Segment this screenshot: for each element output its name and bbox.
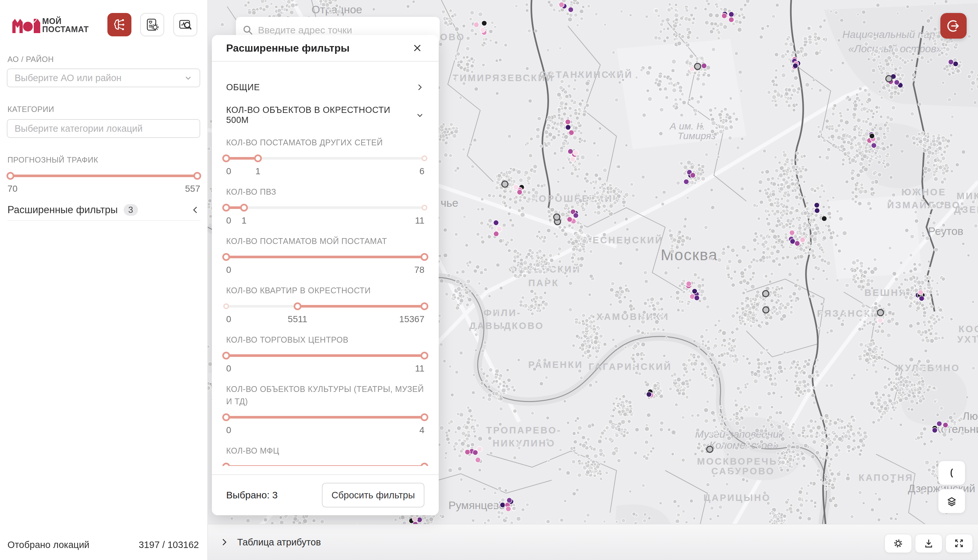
slider-max-handle[interactable] <box>420 463 428 466</box>
selected-count-label: Выбрано: 3 <box>226 490 278 501</box>
ao-district-label: АО / РАЙОН <box>7 55 54 64</box>
reset-filters-button[interactable]: Сбросить фильтры <box>322 483 425 507</box>
attribute-table-bar: Таблица атрибутов <box>208 524 978 560</box>
filter-slider-group: КОЛ-ВО ПОСТАМАТОВ ДРУГИХ СЕТЕЙ016 <box>226 136 425 177</box>
slider-max-handle[interactable] <box>254 155 262 162</box>
filter-slider-group: КОЛ-ВО ТОРГОВЫХ ЦЕНТРОВ011 <box>226 333 425 374</box>
range-slider[interactable] <box>226 413 425 421</box>
range-slider[interactable] <box>226 204 425 212</box>
traffic-slider-max-handle[interactable] <box>193 172 201 180</box>
map-settings-button[interactable] <box>885 534 912 553</box>
filter-section-expanded[interactable]: КОЛ-ВО ОБЪЕКТОВ В ОКРЕСТНОСТИ 500М <box>226 101 425 129</box>
slider-min-handle[interactable] <box>222 413 230 421</box>
slider-rail-end <box>223 303 229 309</box>
slider-values: 078 <box>226 265 425 275</box>
range-slider[interactable] <box>226 253 425 261</box>
ai-network-button[interactable] <box>107 13 132 36</box>
layers-button[interactable] <box>938 489 965 513</box>
filter-slider-group: КОЛ-ВО ОБЪЕКТОВ КУЛЬТУРЫ (ТЕАТРЫ, МУЗЕЙ … <box>226 383 425 435</box>
categories-select[interactable]: Выберите категории локаций <box>7 119 200 138</box>
range-slider[interactable] <box>226 302 425 310</box>
search-icon <box>242 25 253 36</box>
slider-min-handle[interactable] <box>222 463 230 466</box>
advanced-filters-modal: Расширенные фильтры ОБЩИЕКОЛ-ВО ОБЪЕКТОВ… <box>212 35 439 515</box>
filter-slider-group: КОЛ-ВО ПОСТАМАТОВ МОЙ ПОСТАМАТ078 <box>226 235 425 275</box>
slider-max-handle[interactable] <box>420 413 428 421</box>
slider-max-handle[interactable] <box>420 253 428 261</box>
brain-network-icon <box>112 17 127 32</box>
modal-title: Расширенные фильтры <box>226 42 350 54</box>
slider-max-handle[interactable] <box>240 204 248 212</box>
fullscreen-button[interactable] <box>946 534 973 553</box>
attribute-table-label: Таблица атрибутов <box>237 537 321 548</box>
selected-locations-value: 3197 / 103162 <box>139 540 199 550</box>
app-window: ОтрадноеМоскваРеутовКотельникиЛюберцыДзе… <box>0 0 978 560</box>
analytics-search-button[interactable] <box>173 13 197 36</box>
filter-sections: ОБЩИЕКОЛ-ВО ОБЪЕКТОВ В ОКРЕСТНОСТИ 500М <box>226 73 425 129</box>
slider-min-handle[interactable] <box>222 204 230 212</box>
range-slider[interactable] <box>226 352 425 360</box>
crescent-moon-icon <box>945 467 958 480</box>
slider-min-handle[interactable] <box>294 302 302 310</box>
filter-slider-group: КОЛ-ВО ПВЗ0111 <box>226 186 425 226</box>
slider-min-handle[interactable] <box>222 253 230 261</box>
slider-values: 0111 <box>226 215 425 226</box>
filter-section-label: ОБЩИЕ <box>226 82 260 92</box>
brand-logo-text: МОЙПОСТАМАТ <box>42 17 89 33</box>
traffic-slider[interactable]: 70 557 <box>7 172 200 194</box>
logout-icon <box>946 18 961 33</box>
slider-label: КОЛ-ВО ПОСТАМАТОВ МОЙ ПОСТАМАТ <box>226 235 424 247</box>
slider-max-handle[interactable] <box>420 352 428 360</box>
chevron-right-icon <box>415 83 425 92</box>
filter-section-label: КОЛ-ВО ОБЪЕКТОВ В ОКРЕСТНОСТИ 500М <box>226 105 415 125</box>
report-settings-button[interactable] <box>140 13 164 36</box>
selected-locations-label: Отобрано локаций <box>7 540 90 550</box>
pulse-magnifier-icon <box>178 17 193 32</box>
filter-slider-group: КОЛ-ВО МФЦ03 <box>226 445 425 466</box>
traffic-label: ПРОГНОЗНЫЙ ТРАФИК <box>7 155 98 165</box>
chevron-down-icon <box>184 73 192 82</box>
close-icon[interactable] <box>410 41 425 55</box>
gear-icon <box>892 537 905 550</box>
sidebar: МОЙПОСТАМАТ <box>0 0 208 560</box>
filter-count-badge: 3 <box>123 204 138 216</box>
layers-icon <box>945 494 959 508</box>
slider-label: КОЛ-ВО ПОСТАМАТОВ ДРУГИХ СЕТЕЙ <box>226 136 424 148</box>
dark-mode-button[interactable] <box>938 461 965 485</box>
slider-values: 04 <box>226 425 425 435</box>
slider-label: КОЛ-ВО ТОРГОВЫХ ЦЕНТРОВ <box>226 333 424 346</box>
slider-min-handle[interactable] <box>222 352 230 360</box>
slider-values: 0551115367 <box>226 314 425 325</box>
filter-section-collapsed[interactable]: ОБЩИЕ <box>226 73 425 101</box>
logout-button[interactable] <box>940 13 966 38</box>
download-icon <box>922 537 935 550</box>
advanced-filters-toggle[interactable]: Расширенные фильтры 3 <box>7 203 200 217</box>
slider-label: КОЛ-ВО МФЦ <box>226 445 424 457</box>
document-gear-icon <box>145 17 160 32</box>
chevron-down-icon <box>415 111 425 120</box>
range-slider[interactable] <box>226 463 425 466</box>
filter-slider-group: КОЛ-ВО КВАРТИР В ОКРЕСТНОСТИ0551115367 <box>226 284 425 325</box>
slider-values: 011 <box>226 363 425 374</box>
slider-max-handle[interactable] <box>420 302 428 310</box>
slider-rail-end <box>422 155 427 161</box>
traffic-slider-min-handle[interactable] <box>7 172 14 180</box>
download-button[interactable] <box>915 534 942 553</box>
slider-values: 016 <box>226 166 425 177</box>
slider-rail-end <box>422 205 427 210</box>
slider-label: КОЛ-ВО ПВЗ <box>226 186 424 198</box>
chevron-left-icon <box>190 205 200 215</box>
categories-label: КАТЕГОРИИ <box>7 105 54 114</box>
slider-label: КОЛ-ВО КВАРТИР В ОКРЕСТНОСТИ <box>226 284 424 297</box>
filter-sliders: КОЛ-ВО ПОСТАМАТОВ ДРУГИХ СЕТЕЙ016КОЛ-ВО … <box>226 136 425 466</box>
chevron-right-icon[interactable] <box>220 538 229 547</box>
slider-label: КОЛ-ВО ОБЪЕКТОВ КУЛЬТУРЫ (ТЕАТРЫ, МУЗЕЙ … <box>226 383 424 408</box>
expand-icon <box>953 537 966 550</box>
range-slider[interactable] <box>226 155 425 162</box>
search-placeholder: Введите адрес точки <box>258 25 352 36</box>
slider-min-handle[interactable] <box>222 155 230 162</box>
brand-logo-icon <box>12 18 40 33</box>
ao-district-select[interactable]: Выберите АО или район <box>7 68 200 87</box>
